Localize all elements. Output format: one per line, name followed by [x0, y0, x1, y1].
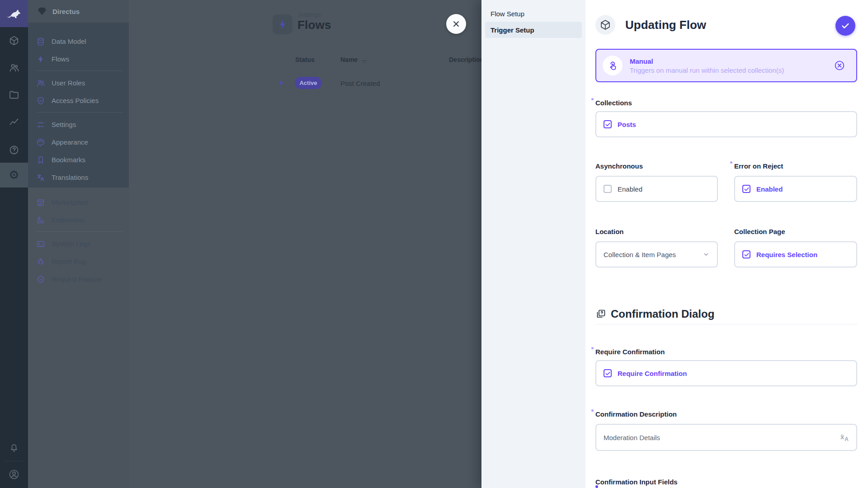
bolt-icon [277, 19, 288, 30]
close-icon [452, 19, 461, 28]
sidebar-item-marketplace[interactable]: Marketplace [28, 193, 129, 211]
checkbox-posts-label[interactable]: Posts [618, 121, 636, 128]
close-drawer-button[interactable] [446, 14, 466, 34]
collections-field[interactable]: Posts [595, 111, 857, 137]
dimmed-overlay-region[interactable]: ⚙ Directus Data Model [0, 0, 481, 488]
sidebar-item-translations[interactable]: Translations [28, 169, 129, 186]
checkbox-error-on-reject[interactable] [742, 185, 750, 193]
collections-label: Collections [595, 99, 632, 107]
dialog-stack-icon [595, 309, 606, 319]
chevron-down-icon [703, 251, 710, 258]
location-select[interactable]: Collection & Item Pages [595, 241, 718, 267]
checkbox-asynchronous[interactable] [604, 185, 612, 193]
confirmation-description-value[interactable]: Moderation Details [604, 434, 835, 441]
sidebar-item-extensions[interactable]: Extensions [28, 211, 129, 229]
users-module-icon[interactable] [0, 58, 28, 78]
require-confirmation-field[interactable]: Require Confirmation [595, 360, 857, 386]
sidebar-divider [36, 231, 123, 232]
trigger-card-title: Manual [630, 57, 826, 65]
error-on-reject-field[interactable]: Enabled [734, 176, 857, 202]
notifications-icon[interactable] [0, 437, 28, 457]
sort-icon[interactable] [361, 59, 368, 64]
required-dot [730, 161, 732, 164]
sidebar-item-report-bug[interactable]: Report Bug [28, 253, 129, 270]
main-content: Settings Flows Status Name Description A… [129, 0, 481, 488]
shapes-icon [36, 216, 45, 225]
confirmation-description-input[interactable]: Moderation Details x̄A [595, 424, 857, 451]
badge-check-icon [36, 275, 45, 284]
tune-icon [36, 120, 45, 129]
bug-icon [36, 257, 45, 266]
required-dot [591, 98, 594, 100]
sidebar-item-appearance[interactable]: Appearance [28, 133, 129, 151]
hand-pointer-icon [607, 60, 618, 71]
sidebar-item-user-roles[interactable]: User Roles [28, 74, 129, 92]
sidebar-item-bookmarks[interactable]: Bookmarks [28, 151, 129, 169]
checkbox-require-confirmation-label[interactable]: Require Confirmation [618, 370, 687, 377]
drawer-nav-flow-setup[interactable]: Flow Setup [485, 5, 582, 22]
asynchronous-field[interactable]: Enabled [595, 176, 718, 202]
page-title-iconbox [273, 14, 292, 34]
translate-icon [36, 173, 45, 182]
sidebar-item-system-logs[interactable]: System Logs [28, 235, 129, 253]
drawer-header: Updating Flow [595, 0, 857, 40]
checkbox-error-on-reject-label[interactable]: Enabled [756, 185, 783, 193]
module-bar: ⚙ [0, 0, 28, 488]
check-icon [605, 122, 611, 127]
collection-page-field[interactable]: Requires Selection [734, 241, 857, 267]
trigger-type-card[interactable]: Manual Triggers on manual run within sel… [595, 49, 857, 82]
breadcrumb[interactable]: Settings [298, 11, 321, 18]
checkbox-requires-selection-label[interactable]: Requires Selection [756, 251, 817, 258]
sidebar-item-access-policies[interactable]: Access Policies [28, 92, 129, 109]
user-avatar-icon[interactable] [0, 465, 28, 484]
required-dot [591, 347, 594, 349]
cancel-circle-icon [834, 60, 845, 71]
sidebar-item-label: Flows [52, 55, 69, 63]
drawer: Flow Setup Trigger Setup Updating Flow M… [481, 0, 868, 488]
manual-trigger-iconcircle [603, 56, 623, 75]
translate-icon[interactable]: x̄A [840, 433, 849, 442]
sidebar-item-label: Settings [52, 121, 76, 128]
terminal-icon [36, 239, 45, 249]
files-module-icon[interactable] [0, 85, 28, 105]
asynchronous-label: Asynchronous [595, 162, 643, 170]
sidebar-item-label: Appearance [52, 138, 88, 146]
drawer-title: Updating Flow [625, 18, 706, 32]
checkbox-requires-selection[interactable] [742, 250, 750, 258]
directus-logo[interactable] [0, 0, 28, 27]
storefront-icon [36, 198, 45, 207]
check-icon [840, 21, 850, 31]
column-header-description[interactable]: Description [449, 56, 484, 63]
sidebar-item-request-feature[interactable]: Request Feature [28, 270, 129, 288]
sidebar-item-label: Marketplace [52, 198, 89, 206]
save-button[interactable] [835, 16, 855, 36]
sidebar-item-label: User Roles [52, 79, 85, 87]
sidebar-item-data-model[interactable]: Data Model [28, 33, 129, 50]
rabbit-logo-icon [5, 6, 23, 21]
column-header-status[interactable]: Status [295, 56, 315, 63]
drawer-content: Updating Flow Manual Triggers on manual … [585, 0, 868, 488]
checkbox-asynchronous-label[interactable]: Enabled [618, 185, 642, 193]
drawer-nav: Flow Setup Trigger Setup [481, 0, 585, 488]
sidebar-item-flows[interactable]: Flows [28, 50, 129, 68]
error-on-reject-label: Error on Reject [734, 162, 783, 170]
check-icon [744, 252, 750, 258]
sidebar: Directus Data Model Flows User Roles [28, 0, 129, 488]
status-badge[interactable]: Active [295, 77, 322, 89]
drawer-nav-trigger-setup[interactable]: Trigger Setup [485, 22, 582, 38]
project-name: Directus [52, 8, 80, 15]
insights-module-icon[interactable] [0, 112, 28, 132]
remove-trigger-icon[interactable] [834, 60, 845, 71]
checkbox-posts[interactable] [604, 120, 612, 128]
column-header-name[interactable]: Name [340, 56, 358, 63]
content-module-icon[interactable] [0, 31, 28, 51]
checkbox-require-confirmation[interactable] [604, 369, 612, 377]
sidebar-item-label: Extensions [52, 216, 85, 224]
sidebar-item-settings[interactable]: Settings [28, 116, 129, 133]
help-module-icon[interactable] [0, 140, 28, 160]
flow-row-name[interactable]: Post Created [340, 80, 380, 87]
sidebar-item-label: Request Feature [52, 275, 102, 283]
project-header[interactable]: Directus [28, 0, 129, 23]
settings-module-icon[interactable]: ⚙ [0, 163, 28, 188]
location-label: Location [595, 228, 624, 235]
